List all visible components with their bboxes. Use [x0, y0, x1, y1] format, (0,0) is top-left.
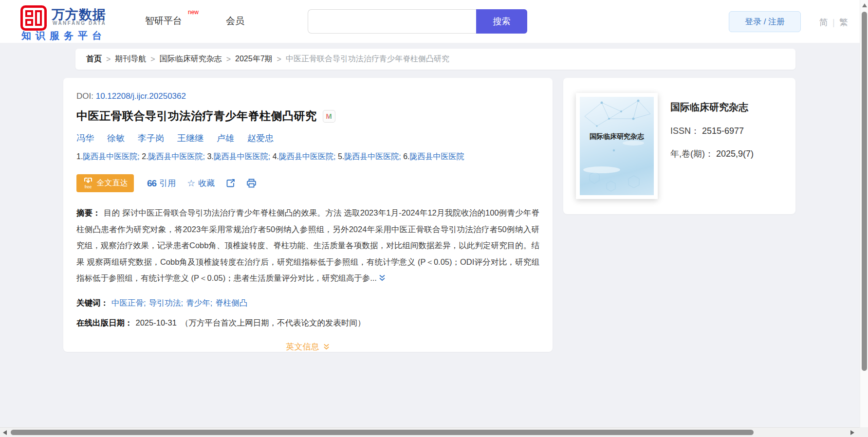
breadcrumb-separator: >: [106, 55, 111, 64]
vertical-scrollbar-thumb[interactable]: [862, 12, 867, 371]
logo-left-blocks: [25, 10, 33, 26]
affiliation-separator: ;: [399, 152, 403, 161]
search-input[interactable]: [308, 9, 476, 34]
keywords-label: 关键词：: [76, 298, 109, 307]
horizontal-scrollbar-thumb[interactable]: [11, 430, 754, 435]
author-link[interactable]: 王继继: [177, 133, 203, 143]
author-link[interactable]: 赵爱忠: [247, 133, 274, 143]
journal-issn-row: ISSN： 2515-6977: [670, 125, 754, 137]
affiliation-link[interactable]: 陇西县中医医院: [344, 152, 399, 161]
fulltext-label: 全文直达: [97, 178, 128, 188]
cite-label: 引用: [159, 178, 176, 189]
nav-item-zhiyan-platform[interactable]: 智研平台 new: [145, 15, 182, 27]
breadcrumb-separator: >: [150, 55, 155, 64]
keyword-separator: ;: [181, 298, 184, 307]
affiliation-link[interactable]: 陇西县中医医院: [83, 152, 137, 161]
nav-platform-label: 智研平台: [145, 16, 182, 26]
journal-info: 国际临床研究杂志 ISSN： 2515-6977 年,卷(期)： 2025,9(…: [670, 93, 754, 199]
abstract: 摘要：目的 探讨中医正骨联合导引功法治疗青少年脊柱侧凸的效果。方法 选取2023…: [76, 205, 539, 288]
wanfang-logo-icon: [20, 5, 47, 31]
doi-link[interactable]: 10.12208/j.ijcr.20250362: [96, 91, 186, 101]
keywords-row: 关键词：中医正骨;导引功法;青少年;脊柱侧凸: [76, 298, 539, 309]
wanfang-logo[interactable]: 万方数据 WANFANG DATA 知识服务平台: [19, 4, 131, 42]
journal-cover[interactable]: 国际临床研究杂志: [576, 93, 658, 199]
pubdate-value: 2025-10-31: [136, 318, 177, 327]
journal-name-link[interactable]: 国际临床研究杂志: [670, 101, 754, 114]
fulltext-free-icon: free: [83, 177, 93, 189]
affiliation-num: 2.: [142, 152, 148, 161]
english-info-row: 英文信息: [76, 341, 539, 352]
fulltext-button[interactable]: free 全文直达: [76, 174, 134, 192]
favorite-label: 收藏: [198, 178, 215, 189]
breadcrumb-current: 中医正骨联合导引功法治疗青少年脊柱侧凸研究: [286, 54, 449, 64]
search-button[interactable]: 搜索: [476, 9, 527, 34]
actions-row: free 全文直达 66 引用 ☆ 收藏: [76, 174, 539, 192]
cite-button[interactable]: 66 引用: [147, 178, 176, 189]
issn-value: 2515-6977: [702, 126, 744, 136]
affiliation-link[interactable]: 陇西县中医医院: [410, 152, 464, 161]
author-link[interactable]: 卢雄: [217, 133, 234, 143]
search-bar: 搜索: [308, 9, 527, 34]
horizontal-scrollbar[interactable]: [0, 427, 868, 437]
lang-traditional[interactable]: 繁: [839, 17, 848, 28]
affiliation-link[interactable]: 陇西县中医医院: [214, 152, 268, 161]
abstract-expand-icon[interactable]: [378, 271, 386, 288]
svg-text:free: free: [84, 184, 92, 189]
breadcrumb-issue[interactable]: 2025年7期: [235, 54, 273, 64]
lang-simplified[interactable]: 简: [819, 17, 828, 28]
breadcrumb: 首页 > 期刊导航 > 国际临床研究杂志 > 2025年7期 > 中医正骨联合导…: [75, 49, 795, 70]
keyword-link[interactable]: 导引功法: [149, 298, 181, 307]
keyword-link[interactable]: 脊柱侧凸: [215, 298, 247, 307]
print-icon[interactable]: [246, 179, 257, 188]
medline-badge[interactable]: M: [323, 110, 335, 123]
author-link[interactable]: 冯华: [76, 133, 94, 143]
doi-row: DOI: 10.12208/j.ijcr.20250362: [76, 91, 539, 101]
affiliation-num: 5.: [338, 152, 344, 161]
author-link[interactable]: 李子岗: [138, 133, 164, 143]
journal-cover-title: 国际临床研究杂志: [580, 132, 654, 141]
affiliation-num: 3.: [207, 152, 213, 161]
keyword-separator: ;: [210, 298, 213, 307]
affiliation-separator: ;: [333, 152, 338, 161]
affiliation-link[interactable]: 陇西县中医医院: [148, 152, 203, 161]
nav-item-member[interactable]: 会员: [226, 15, 244, 27]
affiliation-num: 6.: [403, 152, 409, 161]
issn-label: ISSN：: [670, 126, 700, 136]
breadcrumb-journal-nav[interactable]: 期刊导航: [115, 54, 146, 64]
breadcrumb-home[interactable]: 首页: [86, 54, 102, 64]
author-link[interactable]: 徐敏: [107, 133, 125, 143]
article-card: DOI: 10.12208/j.ijcr.20250362 中医正骨联合导引功法…: [63, 78, 553, 352]
page: 万方数据 WANFANG DATA 知识服务平台 智研平台 new 会员 搜索 …: [0, 0, 868, 437]
article-title: 中医正骨联合导引功法治疗青少年脊柱侧凸研究: [76, 109, 317, 124]
affiliation-separator: ;: [268, 152, 273, 161]
keyword-link[interactable]: 中医正骨: [111, 298, 144, 307]
issue-label: 年,卷(期)：: [670, 149, 714, 159]
scroll-right-arrow[interactable]: [850, 430, 854, 435]
language-switch: 简 | 繁: [819, 17, 848, 28]
affiliation-separator: ;: [137, 152, 142, 161]
affiliation-num: 1.: [76, 152, 83, 161]
journal-cover-image: 国际临床研究杂志: [580, 97, 654, 195]
scrollbar-corner: [860, 427, 868, 437]
share-icon[interactable]: [226, 179, 235, 188]
english-info-toggle[interactable]: 英文信息: [286, 341, 330, 352]
issue-value: 2025,9(7): [716, 149, 754, 159]
scroll-up-arrow[interactable]: [862, 3, 867, 7]
favorite-button[interactable]: ☆ 收藏: [187, 178, 215, 189]
lang-divider: |: [832, 18, 835, 28]
doi-label: DOI:: [76, 91, 93, 101]
header: 万方数据 WANFANG DATA 知识服务平台 智研平台 new 会员 搜索 …: [0, 0, 868, 43]
scroll-left-arrow[interactable]: [3, 430, 7, 435]
breadcrumb-journal[interactable]: 国际临床研究杂志: [160, 54, 222, 64]
star-icon: ☆: [187, 178, 195, 189]
keyword-link[interactable]: 青少年: [186, 298, 210, 307]
quote-icon: 66: [147, 178, 156, 189]
affiliations-row: 1.陇西县中医医院; 2.陇西县中医医院; 3.陇西县中医医院; 4.陇西县中医…: [76, 152, 539, 162]
brand-tagline: 知识服务平台: [21, 29, 106, 42]
vertical-scrollbar[interactable]: [860, 0, 868, 427]
login-register-button[interactable]: 登录 / 注册: [729, 11, 801, 32]
medline-badge-letter: M: [326, 112, 332, 120]
pubdate-note: （万方平台首次上网日期，不代表论文的发表时间）: [181, 318, 366, 327]
title-row: 中医正骨联合导引功法治疗青少年脊柱侧凸研究 M: [76, 109, 539, 124]
affiliation-link[interactable]: 陇西县中医医院: [279, 152, 333, 161]
